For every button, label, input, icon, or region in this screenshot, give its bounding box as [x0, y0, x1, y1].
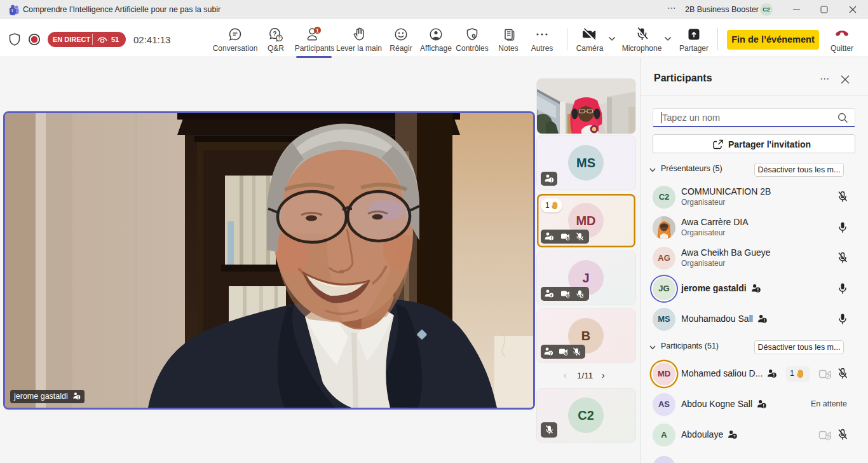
svg-text:T: T	[11, 9, 13, 13]
svg-text:?: ?	[278, 36, 280, 40]
svg-text:?: ?	[549, 351, 552, 356]
svg-text:1: 1	[316, 27, 319, 34]
svg-text:?: ?	[273, 31, 276, 38]
svg-text:?: ?	[733, 434, 736, 438]
